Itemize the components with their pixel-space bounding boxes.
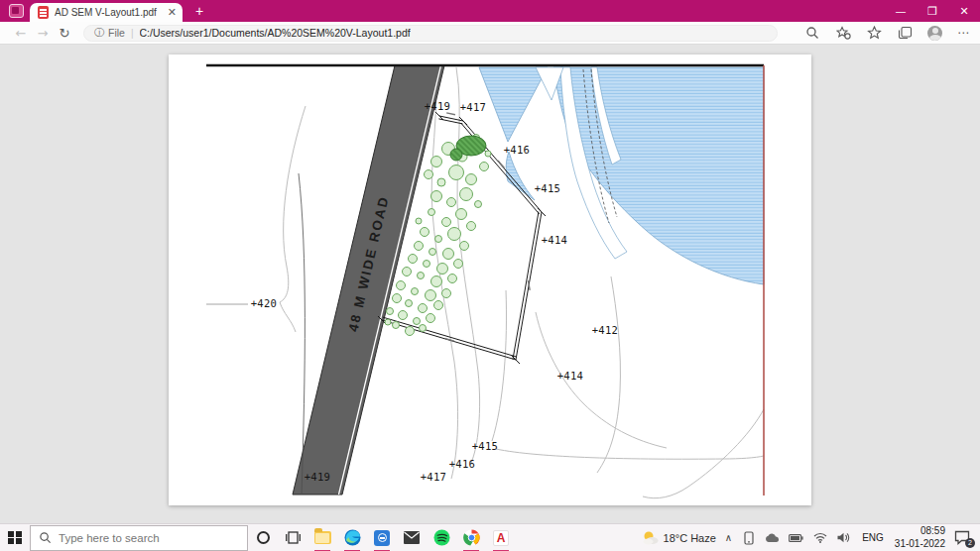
- taskbar-tray: 18°C Haze ∧ ENG 08:59 31-01-2022: [642, 525, 980, 550]
- pdf-page: 48 M WIDE ROAD: [169, 55, 811, 505]
- taskbar-app-file-explorer[interactable]: [307, 524, 337, 551]
- toolbar-right-icons: ⋯: [804, 25, 970, 41]
- battery-icon[interactable]: [789, 530, 803, 546]
- notification-badge: 2: [965, 538, 975, 548]
- close-button[interactable]: ✕: [948, 0, 980, 22]
- windows-logo-icon: [8, 531, 22, 545]
- search-input[interactable]: [59, 532, 227, 544]
- page-info-icon[interactable]: ⓘ: [94, 26, 104, 40]
- action-center-button[interactable]: 2: [954, 530, 972, 546]
- minimize-button[interactable]: —: [885, 0, 917, 22]
- window-controls: — ❐ ✕: [885, 0, 980, 22]
- browser-essentials-icon[interactable]: [835, 25, 851, 41]
- tray-expand-chevron-icon[interactable]: ∧: [725, 532, 732, 543]
- dense-tree-patch: [450, 136, 486, 161]
- elevation-label: +414: [542, 234, 568, 246]
- taskbar-clock[interactable]: 08:59 31-01-2022: [895, 525, 945, 550]
- weather-condition: Haze: [690, 532, 716, 544]
- cortana-button[interactable]: [248, 524, 278, 551]
- cortana-icon: [257, 531, 270, 544]
- blue-app-icon: [374, 530, 390, 546]
- window-app-icon[interactable]: [9, 4, 24, 18]
- clock-time: 08:59: [895, 525, 945, 538]
- address-scheme: File: [108, 27, 125, 39]
- elevation-label: +416: [504, 144, 531, 156]
- desktop-screen: AD SEM V-Layout1.pdf ✕ + — ❐ ✕ ← → ↻ ⓘ F…: [0, 0, 980, 551]
- refresh-button[interactable]: ↻: [54, 26, 75, 41]
- edge-icon: [344, 529, 361, 546]
- elevation-label: +417: [421, 471, 447, 483]
- taskbar: A 18°C Haze ∧: [0, 523, 980, 551]
- back-button[interactable]: ←: [10, 26, 32, 41]
- browser-titlebar: AD SEM V-Layout1.pdf ✕ + — ❐ ✕: [0, 0, 980, 22]
- restore-button[interactable]: ❐: [917, 0, 948, 22]
- elevation-label: +419: [425, 100, 451, 112]
- address-separator: |: [131, 28, 134, 39]
- elevation-label: +416: [449, 458, 476, 470]
- elevation-label: +419: [305, 471, 331, 483]
- onedrive-cloud-icon[interactable]: [765, 530, 780, 546]
- clock-date: 31-01-2022: [895, 538, 945, 551]
- taskbar-app-edge[interactable]: [337, 524, 367, 551]
- task-view-button[interactable]: [278, 524, 307, 551]
- wifi-icon[interactable]: [812, 530, 827, 546]
- taskbar-app-chrome[interactable]: [456, 524, 486, 551]
- elevation-label: +417: [460, 101, 487, 113]
- collections-icon[interactable]: [897, 25, 913, 41]
- browser-tab-pdf[interactable]: AD SEM V-Layout1.pdf ✕: [30, 3, 183, 22]
- taskbar-search[interactable]: [30, 525, 248, 551]
- tab-close-icon[interactable]: ✕: [168, 6, 177, 19]
- task-view-icon: [286, 531, 301, 544]
- taskbar-app-adobe[interactable]: A: [486, 524, 516, 551]
- adobe-icon: A: [493, 530, 509, 546]
- start-button[interactable]: [0, 524, 30, 551]
- forward-button[interactable]: →: [32, 26, 54, 41]
- elevation-label: +415: [472, 440, 499, 452]
- browser-toolbar: ← → ↻ ⓘ File | C:/Users/user1/Documents/…: [0, 22, 980, 45]
- taskbar-app-blue[interactable]: [367, 524, 397, 551]
- taskbar-app-mail[interactable]: [397, 524, 427, 551]
- elevation-label: +420: [251, 297, 278, 309]
- zoom-search-icon[interactable]: [804, 25, 820, 41]
- language-indicator[interactable]: ENG: [860, 532, 886, 543]
- pdf-file-icon: [38, 6, 49, 19]
- your-phone-icon[interactable]: [741, 530, 756, 546]
- settings-menu-icon[interactable]: ⋯: [957, 26, 970, 40]
- weather-haze-icon: [642, 530, 659, 545]
- spotify-icon: [433, 529, 450, 546]
- favorites-star-icon[interactable]: [866, 25, 882, 41]
- mail-icon: [404, 531, 420, 544]
- volume-icon[interactable]: [836, 530, 851, 546]
- address-url: C:/Users/user1/Documents/AD%20SEM%20V-La…: [140, 27, 411, 39]
- weather-temp: 18°C: [664, 532, 688, 544]
- search-icon: [39, 531, 52, 544]
- file-explorer-icon: [314, 531, 331, 544]
- elevation-label: +414: [557, 370, 584, 382]
- elevation-label: +412: [592, 324, 619, 336]
- new-tab-button[interactable]: +: [190, 2, 208, 20]
- site-plan-drawing: 48 M WIDE ROAD: [169, 55, 811, 505]
- chrome-icon: [463, 529, 480, 546]
- profile-avatar[interactable]: [927, 26, 942, 41]
- address-bar[interactable]: ⓘ File | C:/Users/user1/Documents/AD%20S…: [83, 25, 778, 42]
- elevation-label: +415: [535, 182, 561, 194]
- weather-widget[interactable]: 18°C Haze: [642, 530, 716, 545]
- tab-title: AD SEM V-Layout1.pdf: [55, 7, 163, 18]
- pdf-viewer-area[interactable]: 48 M WIDE ROAD: [0, 46, 980, 523]
- taskbar-app-spotify[interactable]: [427, 524, 456, 551]
